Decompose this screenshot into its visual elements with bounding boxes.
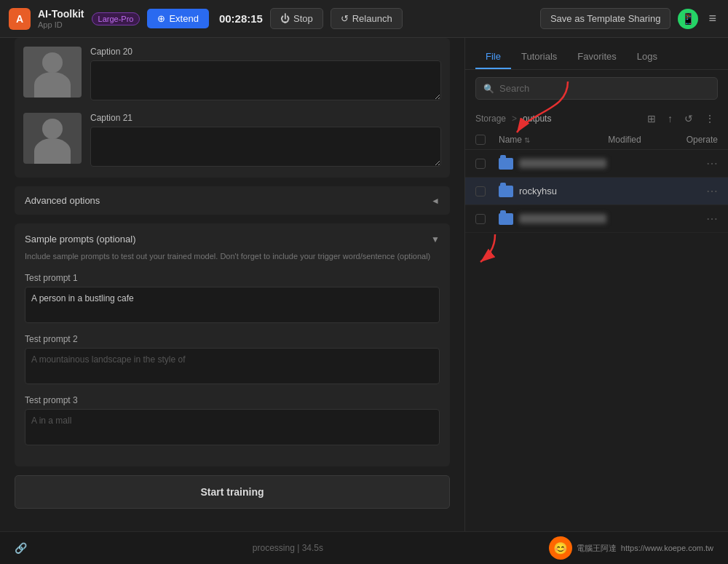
topbar: A AI-Toolkit App ID Large-Pro ⊕ Extend 0… <box>0 0 728 38</box>
file-name-blurred <box>519 214 606 223</box>
content-area: Caption 20 Caption 21 Advanced options ◄… <box>0 38 728 531</box>
prompt3-label: Test prompt 3 <box>25 395 440 405</box>
right-panel: File Tutorials Favorites Logs 🔍 Storage … <box>464 38 728 531</box>
upload-button[interactable]: ↑ <box>665 111 676 126</box>
caption20-input[interactable] <box>90 60 441 100</box>
relaunch-icon: ↺ <box>341 13 349 24</box>
file-row[interactable]: ⋯ <box>465 150 728 178</box>
watermark-text: 電腦王阿達 <box>577 543 617 554</box>
caption21-input[interactable] <box>90 127 441 167</box>
menu-button[interactable]: ≡ <box>705 8 719 29</box>
prompt-group-3: Test prompt 3 <box>25 395 440 448</box>
start-training-button[interactable]: Start training <box>15 475 450 509</box>
refresh-button[interactable]: ↺ <box>681 111 696 126</box>
app-id: App ID <box>38 20 84 29</box>
stop-button[interactable]: ⏻ Stop <box>270 8 323 29</box>
whatsapp-icon[interactable]: 📱 <box>678 9 698 29</box>
row-more-button[interactable]: ⋯ <box>706 156 718 170</box>
row-checkbox[interactable] <box>475 214 486 224</box>
folder-icon <box>499 186 513 197</box>
app-name: AI-Toolkit <box>38 8 84 20</box>
prompt2-input[interactable] <box>25 348 440 384</box>
file-tabs: File Tutorials Favorites Logs <box>465 38 728 70</box>
col-name-header: Name <box>499 135 522 145</box>
relaunch-button[interactable]: ↺ Relaunch <box>331 8 403 29</box>
file-name: rockyhsu <box>519 186 700 196</box>
advanced-options-section[interactable]: Advanced options ◄ <box>15 186 450 215</box>
row-more-button[interactable]: ⋯ <box>706 184 718 198</box>
watermark: 😊 電腦王阿達 https://www.koepe.com.tw <box>549 536 713 560</box>
sample-prompts-collapse-icon[interactable]: ▼ <box>431 234 440 245</box>
plan-badge: Large-Pro <box>92 12 141 25</box>
sample-prompts-section: Sample prompts (optional) ▼ Include samp… <box>15 223 450 466</box>
watermark-url: https://www.koepe.com.tw <box>621 544 713 552</box>
watermark-icon: 😊 <box>549 536 572 560</box>
power-icon: ⏻ <box>280 13 290 24</box>
advanced-options-title: Advanced options <box>25 195 100 206</box>
extend-icon: ⊕ <box>157 13 165 24</box>
breadcrumb-separator: > <box>512 114 517 124</box>
file-name-blurred <box>519 159 606 168</box>
file-row[interactable]: rockyhsu ⋯ <box>465 178 728 205</box>
folder-icon <box>499 213 513 225</box>
file-table-header: Name ⇅ Modified Operate <box>465 130 728 150</box>
search-input-wrap: 🔍 <box>475 77 718 100</box>
timer-display: 00:28:15 <box>219 12 263 25</box>
file-list: ⋯ rockyhsu ⋯ ⋯ <box>465 150 728 531</box>
breadcrumb-storage: Storage <box>475 114 506 124</box>
save-template-button[interactable]: Save as Template Sharing <box>540 8 671 29</box>
caption-row-20: Caption 20 <box>23 47 441 103</box>
caption21-label: Caption 21 <box>90 113 441 123</box>
file-row[interactable]: ⋯ <box>465 205 728 233</box>
photo-thumb-21 <box>23 113 82 164</box>
sample-prompts-title: Sample prompts (optional) <box>25 234 135 245</box>
sort-icon[interactable]: ⇅ <box>524 136 530 144</box>
link-icon: 🔗 <box>15 542 27 554</box>
tab-logs[interactable]: Logs <box>627 45 668 69</box>
processing-status: processing | 34.5s <box>253 543 323 553</box>
search-bar: 🔍 <box>465 70 728 107</box>
more-options-button[interactable]: ⋮ <box>702 111 718 126</box>
new-window-button[interactable]: ⊞ <box>644 111 659 126</box>
prompt3-input[interactable] <box>25 409 440 445</box>
app-logo: A <box>9 8 31 30</box>
col-operate-header: Operate <box>667 135 718 145</box>
row-checkbox[interactable] <box>475 159 486 169</box>
prompt-group-2: Test prompt 2 <box>25 334 440 386</box>
prompt1-label: Test prompt 1 <box>25 273 440 283</box>
row-checkbox[interactable] <box>475 186 486 196</box>
prompt-group-1: Test prompt 1 A person in a bustling caf… <box>25 273 440 325</box>
photo-thumb-20 <box>23 47 82 98</box>
search-input[interactable] <box>499 83 710 94</box>
select-all-checkbox[interactable] <box>475 135 486 145</box>
prompt2-label: Test prompt 2 <box>25 334 440 344</box>
search-icon: 🔍 <box>483 84 494 94</box>
caption-row-21: Caption 21 <box>23 113 441 169</box>
breadcrumb-current: outputs <box>523 114 551 124</box>
advanced-options-arrow-icon: ◄ <box>431 196 440 206</box>
sample-prompts-description: Include sample prompts to test out your … <box>25 250 440 263</box>
status-bar: 🔗 processing | 34.5s 😊 電腦王阿達 https://www… <box>0 531 728 564</box>
tab-file[interactable]: File <box>475 45 511 69</box>
row-more-button[interactable]: ⋯ <box>706 212 718 226</box>
tab-favorites[interactable]: Favorites <box>567 45 626 69</box>
extend-button[interactable]: ⊕ Extend <box>147 9 208 28</box>
tab-tutorials[interactable]: Tutorials <box>511 45 567 69</box>
caption-section: Caption 20 Caption 21 <box>15 38 450 178</box>
col-modified-header: Modified <box>588 135 661 145</box>
caption20-label: Caption 20 <box>90 47 441 57</box>
breadcrumb: Storage > outputs ⊞ ↑ ↺ ⋮ <box>465 107 728 130</box>
folder-icon <box>499 158 513 170</box>
prompt1-input[interactable]: A person in a bustling cafe <box>25 287 440 323</box>
left-panel: Caption 20 Caption 21 Advanced options ◄… <box>0 38 464 531</box>
